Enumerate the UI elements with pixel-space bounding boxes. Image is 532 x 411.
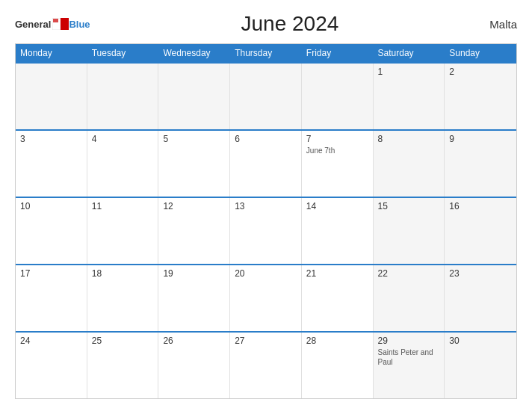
day-number: 6 [235, 134, 297, 144]
day-number: 5 [163, 134, 225, 144]
cal-cell-4-6: 22 [374, 265, 445, 331]
day-number: 3 [20, 134, 82, 144]
cal-cell-5-6: 29Saints Peter and Paul [374, 333, 445, 398]
day-number: 30 [449, 336, 512, 346]
cal-cell-2-2: 4 [87, 131, 159, 197]
day-number: 28 [306, 336, 368, 346]
day-number: 22 [378, 268, 440, 279]
cal-cell-5-5: 28 [302, 333, 374, 398]
cal-cell-3-5: 14 [302, 198, 374, 264]
cal-cell-4-2: 18 [87, 265, 159, 331]
day-number: 8 [378, 134, 440, 144]
calendar-grid: MondayTuesdayWednesdayThursdayFridaySatu… [15, 43, 517, 399]
cal-cell-2-7: 9 [445, 131, 516, 197]
country-label: Malta [489, 18, 517, 31]
cal-cell-1-1 [16, 64, 87, 129]
cal-week-3: 10111213141516 [16, 197, 516, 264]
page-header: General Blue June 2024 Malta [15, 12, 517, 36]
logo-general-text: General [15, 19, 51, 30]
calendar-body: 1234567June 7th8910111213141516171819202… [16, 62, 516, 398]
cal-cell-4-1: 17 [16, 265, 87, 331]
cal-header-friday: Friday [302, 44, 374, 62]
cal-cell-2-3: 5 [158, 131, 230, 197]
cal-cell-4-7: 23 [445, 265, 516, 331]
day-number: 13 [235, 201, 297, 211]
cal-cell-5-7: 30 [445, 333, 516, 398]
day-number: 21 [306, 268, 368, 279]
cal-cell-1-3 [158, 64, 230, 129]
cal-cell-5-2: 25 [87, 333, 159, 398]
day-number: 16 [449, 201, 512, 211]
cal-header-saturday: Saturday [374, 44, 445, 62]
cal-cell-3-1: 10 [16, 198, 87, 264]
day-number: 14 [306, 201, 368, 211]
cal-header-monday: Monday [16, 44, 87, 62]
cal-cell-4-5: 21 [302, 265, 374, 331]
cal-week-5: 242526272829Saints Peter and Paul30 [16, 331, 516, 398]
cal-cell-1-5 [302, 64, 374, 129]
cal-cell-5-4: 27 [230, 333, 302, 398]
cal-cell-3-3: 12 [158, 198, 230, 264]
day-number: 9 [449, 134, 512, 144]
cal-header-wednesday: Wednesday [158, 44, 230, 62]
day-number: 11 [92, 201, 154, 211]
day-number: 23 [449, 268, 512, 279]
cal-cell-1-2 [87, 64, 159, 129]
cal-header-sunday: Sunday [445, 44, 516, 62]
day-number: 29 [378, 336, 440, 346]
cal-cell-2-1: 3 [16, 131, 87, 197]
cal-cell-4-3: 19 [158, 265, 230, 331]
cal-cell-4-4: 20 [230, 265, 302, 331]
cal-week-1: 12 [16, 62, 516, 129]
day-number: 2 [449, 67, 512, 77]
cal-header-thursday: Thursday [230, 44, 302, 62]
day-number: 20 [235, 268, 297, 279]
day-number: 24 [20, 336, 82, 346]
cal-cell-2-5: 7June 7th [302, 131, 374, 197]
cal-cell-2-6: 8 [374, 131, 445, 197]
day-number: 10 [20, 201, 82, 211]
day-number: 4 [92, 134, 154, 144]
svg-rect-1 [61, 18, 69, 30]
cal-cell-1-7: 2 [445, 64, 516, 129]
day-number: 1 [378, 67, 440, 77]
day-event: June 7th [306, 146, 368, 155]
day-number: 25 [92, 336, 154, 346]
day-number: 7 [306, 134, 368, 144]
day-number: 27 [235, 336, 297, 346]
logo-flag-icon [52, 18, 69, 30]
cal-cell-1-4 [230, 64, 302, 129]
day-number: 15 [378, 201, 440, 211]
cal-cell-3-7: 16 [445, 198, 516, 264]
calendar-page: General Blue June 2024 Malta MondayTuesd… [0, 0, 532, 411]
day-event: Saints Peter and Paul [378, 347, 440, 367]
cal-header-tuesday: Tuesday [87, 44, 159, 62]
day-number: 26 [163, 336, 225, 346]
cal-cell-3-4: 13 [230, 198, 302, 264]
logo: General Blue [15, 18, 90, 30]
cal-cell-3-6: 15 [374, 198, 445, 264]
day-number: 12 [163, 201, 225, 211]
cal-week-2: 34567June 7th89 [16, 129, 516, 197]
day-number: 18 [92, 268, 154, 279]
cal-cell-1-6: 1 [374, 64, 445, 129]
calendar-header-row: MondayTuesdayWednesdayThursdayFridaySatu… [16, 44, 516, 62]
cal-week-4: 17181920212223 [16, 264, 516, 331]
day-number: 19 [163, 268, 225, 279]
day-number: 17 [20, 268, 82, 279]
cal-cell-5-3: 26 [158, 333, 230, 398]
logo-blue-text: Blue [69, 19, 90, 30]
page-title: June 2024 [241, 12, 339, 36]
cal-cell-2-4: 6 [230, 131, 302, 197]
svg-rect-2 [53, 19, 58, 22]
cal-cell-3-2: 11 [87, 198, 159, 264]
cal-cell-5-1: 24 [16, 333, 87, 398]
